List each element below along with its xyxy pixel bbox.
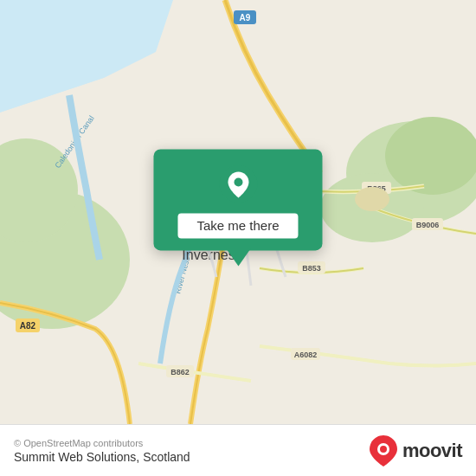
moovit-brand-text: moovit [402, 440, 462, 462]
footer-title: Summit Web Solutions, Scotland [14, 450, 190, 464]
svg-text:B9006: B9006 [416, 221, 440, 229]
svg-text:A6082: A6082 [294, 351, 318, 359]
svg-point-7 [385, 117, 476, 195]
svg-text:B853: B853 [302, 264, 321, 273]
svg-point-25 [355, 187, 389, 211]
moovit-pin-icon [370, 435, 397, 466]
popup-card: Take me there [153, 149, 322, 250]
copyright-text: © OpenStreetMap contributors [14, 438, 190, 448]
svg-point-29 [380, 446, 387, 453]
footer-bar: © OpenStreetMap contributors Summit Web … [0, 424, 476, 476]
take-me-there-button[interactable]: Take me there [177, 213, 298, 238]
svg-text:A82: A82 [20, 321, 36, 331]
moovit-logo[interactable]: moovit [370, 435, 462, 466]
footer-info: © OpenStreetMap contributors Summit Web … [14, 438, 190, 464]
svg-point-27 [234, 177, 242, 186]
svg-text:B862: B862 [170, 368, 190, 376]
map-container: A9 B865 B9006 B853 A82 A6082 B862 [0, 0, 476, 424]
svg-text:A9: A9 [240, 13, 251, 23]
location-pin-icon [219, 164, 257, 203]
map-popup: Take me there [153, 149, 322, 250]
